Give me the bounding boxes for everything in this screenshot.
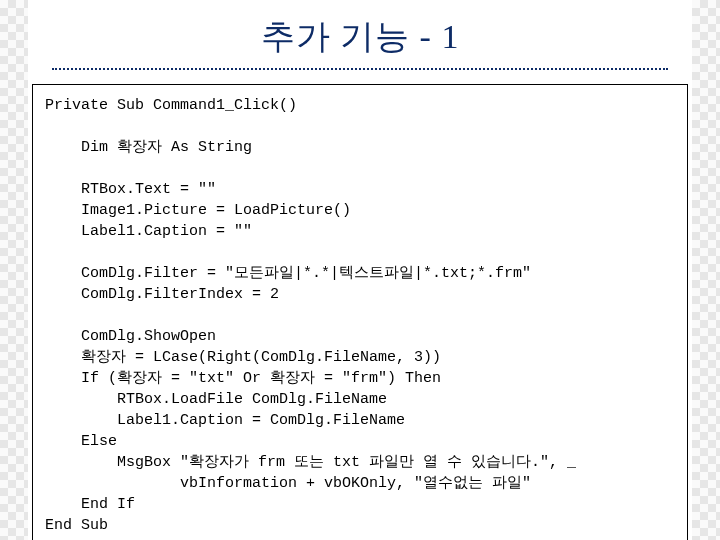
code-listing: Private Sub Command1_Click() Dim 확장자 As … xyxy=(32,84,688,540)
decorative-strip-left xyxy=(0,0,28,540)
title-underline xyxy=(52,68,668,70)
decorative-strip-right xyxy=(692,0,720,540)
slide-page: 추가 기능 - 1 Private Sub Command1_Click() D… xyxy=(28,0,692,540)
page-title: 추가 기능 - 1 xyxy=(28,0,692,68)
